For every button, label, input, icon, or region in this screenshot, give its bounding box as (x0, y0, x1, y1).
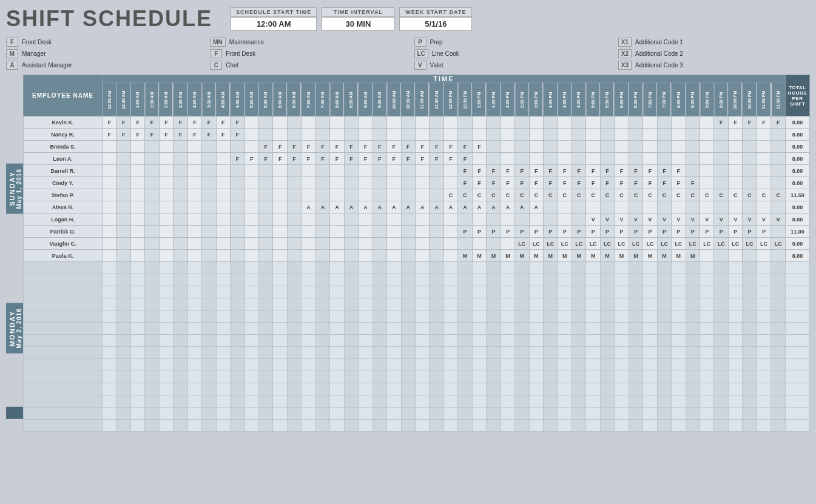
shift-cell[interactable]: F (273, 153, 287, 165)
shift-cell[interactable] (771, 201, 786, 213)
empty-cell[interactable] (258, 311, 272, 323)
empty-cell[interactable] (159, 383, 173, 395)
empty-cell[interactable] (458, 408, 472, 420)
empty-cell[interactable] (515, 420, 529, 432)
empty-cell[interactable] (714, 359, 728, 371)
empty-cell[interactable] (187, 395, 201, 408)
shift-cell[interactable] (159, 201, 173, 213)
empty-cell[interactable] (258, 323, 272, 335)
shift-cell[interactable] (401, 213, 415, 226)
empty-cell[interactable] (572, 311, 585, 323)
empty-cell[interactable] (757, 408, 770, 420)
empty-cell[interactable] (714, 286, 728, 298)
shift-cell[interactable]: C (600, 189, 614, 201)
empty-cell[interactable] (672, 262, 686, 274)
shift-cell[interactable] (515, 213, 529, 226)
empty-cell[interactable] (728, 420, 742, 432)
shift-cell[interactable] (103, 213, 116, 226)
empty-cell[interactable] (615, 262, 629, 274)
shift-cell[interactable]: F (771, 116, 786, 129)
empty-cell[interactable] (443, 383, 457, 395)
shift-cell[interactable] (287, 116, 301, 129)
empty-cell[interactable] (174, 408, 187, 420)
shift-cell[interactable] (130, 141, 144, 153)
shift-cell[interactable]: F (231, 129, 244, 141)
shift-cell[interactable] (387, 165, 401, 177)
shift-cell[interactable] (202, 153, 216, 165)
shift-cell[interactable] (174, 177, 187, 189)
shift-cell[interactable] (159, 177, 173, 189)
empty-cell[interactable] (202, 408, 216, 420)
empty-cell[interactable] (415, 286, 429, 298)
empty-cell[interactable] (116, 335, 130, 347)
empty-cell[interactable] (572, 395, 585, 408)
shift-cell[interactable] (174, 153, 187, 165)
empty-cell[interactable] (415, 395, 429, 408)
shift-cell[interactable] (672, 116, 686, 129)
empty-cell[interactable] (401, 383, 415, 395)
empty-cell[interactable] (501, 335, 514, 347)
empty-cell[interactable] (615, 347, 629, 359)
empty-cell[interactable] (714, 395, 728, 408)
empty-cell[interactable] (472, 347, 486, 359)
empty-cell[interactable] (401, 274, 415, 286)
empty-cell[interactable] (258, 395, 272, 408)
shift-cell[interactable]: LC (515, 238, 529, 250)
empty-cell[interactable] (202, 298, 216, 311)
empty-cell[interactable] (558, 311, 572, 323)
shift-cell[interactable] (116, 189, 130, 201)
shift-cell[interactable]: F (387, 141, 401, 153)
shift-cell[interactable] (686, 165, 700, 177)
empty-cell[interactable] (643, 420, 657, 432)
shift-cell[interactable] (244, 165, 258, 177)
shift-cell[interactable] (174, 141, 187, 153)
shift-cell[interactable]: P (600, 226, 614, 238)
shift-cell[interactable] (244, 116, 258, 129)
shift-cell[interactable]: F (686, 177, 700, 189)
shift-cell[interactable] (315, 238, 329, 250)
empty-cell[interactable] (458, 286, 472, 298)
shift-cell[interactable]: F (145, 129, 159, 141)
empty-cell[interactable] (430, 335, 443, 347)
shift-cell[interactable] (344, 177, 358, 189)
empty-cell[interactable] (202, 286, 216, 298)
shift-cell[interactable]: F (116, 116, 130, 129)
empty-cell[interactable] (757, 359, 770, 371)
empty-cell[interactable] (515, 286, 529, 298)
shift-cell[interactable]: V (728, 213, 742, 226)
empty-cell[interactable] (401, 347, 415, 359)
shift-cell[interactable] (657, 153, 671, 165)
empty-cell[interactable] (103, 286, 116, 298)
shift-cell[interactable]: A (387, 201, 401, 213)
empty-cell[interactable] (529, 383, 543, 395)
empty-cell[interactable] (586, 286, 600, 298)
empty-cell[interactable] (387, 359, 401, 371)
empty-cell[interactable] (373, 298, 386, 311)
empty-cell[interactable] (174, 335, 187, 347)
shift-cell[interactable] (130, 153, 144, 165)
empty-cell[interactable] (287, 323, 301, 335)
empty-cell[interactable] (130, 335, 144, 347)
shift-cell[interactable] (487, 153, 501, 165)
shift-cell[interactable] (287, 189, 301, 201)
empty-cell[interactable] (302, 371, 315, 383)
empty-cell[interactable] (302, 323, 315, 335)
shift-cell[interactable]: A (359, 201, 373, 213)
empty-cell[interactable] (116, 408, 130, 420)
empty-cell[interactable] (130, 274, 144, 286)
empty-cell[interactable] (472, 395, 486, 408)
shift-cell[interactable]: F (458, 177, 472, 189)
empty-cell[interactable] (202, 383, 216, 395)
shift-cell[interactable] (216, 141, 230, 153)
shift-cell[interactable] (430, 226, 443, 238)
empty-cell[interactable] (174, 359, 187, 371)
empty-cell[interactable] (159, 298, 173, 311)
empty-cell[interactable] (174, 262, 187, 274)
empty-cell[interactable] (273, 274, 287, 286)
empty-cell[interactable] (757, 298, 770, 311)
shift-cell[interactable] (415, 189, 429, 201)
shift-cell[interactable] (487, 141, 501, 153)
shift-cell[interactable]: P (572, 226, 585, 238)
empty-cell[interactable] (728, 383, 742, 395)
empty-cell[interactable] (572, 262, 585, 274)
